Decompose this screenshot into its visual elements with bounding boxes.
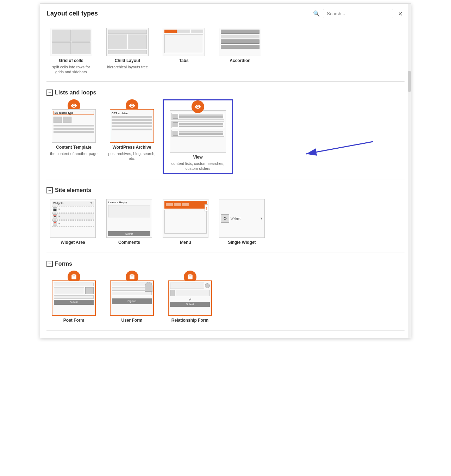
view-lines-1	[179, 115, 223, 118]
widget-row-3: 📍 ▼	[52, 220, 94, 227]
view-img-3	[173, 131, 178, 136]
search-input[interactable]	[323, 9, 393, 18]
tabs-thumb	[163, 28, 205, 56]
close-button[interactable]: ×	[396, 10, 405, 18]
reply-textarea	[108, 205, 150, 217]
cell-item-relationship-form[interactable]: ⇄ Submit Relationship Form	[163, 271, 217, 326]
cell-item-accordion[interactable]: Accordion	[215, 26, 265, 76]
dialog-header: Layout cell types 🔍 ×	[40, 4, 411, 22]
clipboard-icon	[71, 274, 77, 280]
comments-content: Leave a Reply Submit	[107, 199, 152, 237]
cell-item-tabs[interactable]: Tabs	[159, 26, 208, 76]
tabs-thumb-content	[163, 28, 205, 56]
dialog-body: Grid of cells split cells into rows for …	[40, 22, 411, 338]
view-row-3	[171, 130, 224, 137]
rf-field-1	[170, 283, 204, 289]
comments-thumb: Leave a Reply Submit	[106, 199, 152, 238]
tab-1	[164, 30, 177, 33]
menu-thumb: ↑	[163, 199, 208, 238]
rel-form-thumb: ⇄ Submit	[168, 280, 212, 316]
view-desc: content lists, custom searches, custom s…	[166, 161, 230, 171]
grid-cell-4	[71, 42, 90, 54]
content-img-2	[63, 117, 71, 123]
collapse-lists-icon[interactable]: −	[46, 89, 53, 96]
camera-icon: 📷	[53, 207, 57, 211]
cell-item-menu[interactable]: ↑ Menu	[159, 197, 212, 248]
rf-icon	[170, 290, 175, 296]
search-icon: 🔍	[313, 10, 320, 17]
view-row-2	[171, 121, 224, 128]
menu-item-1	[166, 203, 173, 206]
lists-loops-title: Lists and loops	[55, 89, 96, 96]
cell-item-child-layout[interactable]: Child Layout hierarchical layouts tree	[103, 26, 152, 76]
wp-archive-label: WordPress Archive	[112, 145, 151, 150]
cell-item-user-form[interactable]: Signup User Form	[105, 271, 159, 326]
user-form-content: Signup	[111, 281, 153, 305]
content-template-desc: the content of another page	[50, 151, 98, 156]
menu-item-3	[182, 203, 189, 206]
cell-item-grid[interactable]: Grid of cells split cells into rows for …	[46, 26, 96, 76]
widget-area-content: Widgets ▼ 📷 ▼ 📅 ▼	[50, 199, 95, 237]
cell-item-comments[interactable]: Leave a Reply Submit Comments	[103, 197, 156, 248]
forms-header: − Forms	[46, 256, 405, 271]
cell-item-post-form[interactable]: Submit Post Form	[46, 271, 101, 326]
content-template-content: My custom type	[52, 110, 95, 142]
content-template-thumb: My custom type	[52, 109, 96, 143]
tabs-label: Tabs	[179, 58, 188, 64]
grid-thumb-content	[50, 28, 92, 56]
grid-desc: split cells into rows for grids and side…	[49, 64, 94, 75]
wp-archive-content: CPT archive	[110, 110, 154, 132]
accordion-thumb	[219, 28, 261, 56]
cell-item-view[interactable]: View content lists, custom searches, cus…	[163, 99, 233, 174]
menu-content: ↑	[163, 199, 208, 237]
collapse-forms-icon[interactable]: −	[46, 261, 53, 267]
child-layout-label: Child Layout	[115, 58, 140, 64]
widget-arrow-2: ▼	[58, 208, 61, 211]
widget-arrow-4: ▼	[58, 222, 61, 225]
content-img-1	[54, 117, 62, 123]
wpa-line-1	[112, 116, 152, 118]
clipboard-icon-2	[129, 274, 135, 280]
child-bar-2	[108, 50, 147, 54]
cell-item-single-widget[interactable]: ⚙ Widget ▼ Single Widget	[215, 197, 268, 248]
tab-2	[177, 30, 190, 33]
acc-bar-2	[221, 39, 259, 44]
content-template-label: Content Template	[56, 145, 91, 150]
pf-row	[54, 287, 94, 294]
scrollbar[interactable]	[408, 4, 411, 338]
rel-form-label: Relationship Form	[171, 318, 208, 323]
cell-item-wp-archive[interactable]: CPT archive WordPress Archive post archi…	[105, 99, 159, 174]
widget-area-thumb: Widgets ▼ 📷 ▼ 📅 ▼	[50, 199, 96, 238]
widget-arrow-1: ▼	[90, 202, 93, 205]
tab-body	[164, 34, 203, 53]
forms-section: − Forms	[46, 256, 405, 331]
cell-item-content-template[interactable]: My custom type Content Template the cont…	[46, 99, 101, 174]
cursor-icon: ↑	[205, 204, 208, 211]
uf-field-3	[112, 292, 152, 295]
widget-row-1: 📷 ▼	[52, 206, 94, 212]
child-bar-1	[108, 30, 147, 34]
view-lines-3	[179, 131, 223, 135]
widget-text: Widget	[231, 217, 240, 220]
rf-row-2	[170, 290, 210, 296]
forms-title: Forms	[55, 261, 72, 267]
site-elements-content: Widgets ▼ 📷 ▼ 📅 ▼	[46, 197, 405, 253]
collapse-site-icon[interactable]: −	[46, 187, 53, 193]
vl-5	[179, 124, 223, 125]
child-col-1	[108, 35, 127, 49]
svg-line-1	[306, 142, 373, 154]
view-label: View	[193, 155, 202, 160]
single-widget-content: ⚙ Widget ▼	[219, 199, 264, 237]
menu-body	[164, 210, 207, 234]
tabs-header	[164, 30, 203, 33]
rf-submit: Submit	[170, 302, 210, 307]
single-widget-thumb: ⚙ Widget ▼	[219, 199, 265, 238]
site-elements-title: Site elements	[55, 187, 91, 193]
clipboard-icon-3	[187, 274, 193, 280]
widgets-text: Widgets	[53, 202, 63, 205]
vl-6	[179, 126, 223, 127]
child-row	[108, 35, 147, 49]
grid-thumb	[50, 28, 92, 56]
scrollbar-thumb[interactable]	[408, 71, 411, 92]
cell-item-widget-area[interactable]: Widgets ▼ 📷 ▼ 📅 ▼	[46, 197, 99, 248]
